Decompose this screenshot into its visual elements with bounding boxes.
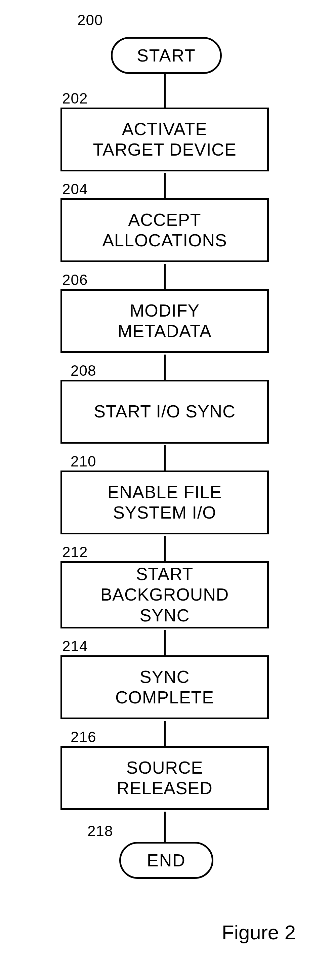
- ref-218: 218: [87, 823, 113, 840]
- edge-activate-accept: [164, 173, 166, 198]
- label-released: SOURCE RELEASED: [117, 757, 212, 799]
- ref-212: 212: [62, 544, 88, 561]
- label-startbg: START BACKGROUND SYNC: [100, 564, 229, 626]
- box-modify: MODIFY METADATA: [60, 289, 269, 353]
- end-terminator: END: [119, 842, 213, 879]
- edge-enablefs-startbg: [164, 536, 166, 561]
- ref-202: 202: [62, 90, 88, 107]
- edge-released-end: [164, 811, 166, 842]
- edge-startbg-synccomplete: [164, 630, 166, 655]
- ref-208: 208: [71, 362, 96, 379]
- label-activate: ACTIVATE TARGET DEVICE: [93, 119, 236, 160]
- ref-200: 200: [77, 12, 103, 29]
- edge-synccomplete-released: [164, 721, 166, 746]
- flowchart: 200 202 204 206 208 210 212 214 216 218 …: [0, 0, 335, 980]
- figure-caption: Figure 2: [222, 921, 296, 944]
- label-startio: START I/O SYNC: [94, 401, 235, 422]
- edge-accept-modify: [164, 264, 166, 289]
- ref-206: 206: [62, 272, 88, 288]
- label-accept: ACCEPT ALLOCATIONS: [102, 210, 227, 251]
- box-synccomplete: SYNC COMPLETE: [60, 655, 269, 719]
- edge-startio-enablefs: [164, 445, 166, 471]
- label-modify: MODIFY METADATA: [117, 301, 212, 342]
- ref-216: 216: [71, 729, 96, 745]
- ref-210: 210: [71, 453, 96, 470]
- edge-modify-startio: [164, 355, 166, 380]
- box-released: SOURCE RELEASED: [60, 746, 269, 810]
- box-enablefs: ENABLE FILE SYSTEM I/O: [60, 471, 269, 535]
- ref-204: 204: [62, 181, 88, 197]
- box-startio: START I/O SYNC: [60, 380, 269, 444]
- start-terminator: START: [111, 37, 222, 74]
- box-activate: ACTIVATE TARGET DEVICE: [60, 108, 269, 172]
- edge-start-activate: [164, 72, 166, 108]
- label-synccomplete: SYNC COMPLETE: [115, 667, 214, 708]
- end-label: END: [147, 850, 186, 870]
- box-accept: ACCEPT ALLOCATIONS: [60, 198, 269, 262]
- ref-214: 214: [62, 638, 88, 655]
- start-label: START: [137, 45, 196, 65]
- box-startbg: START BACKGROUND SYNC: [60, 561, 269, 628]
- label-enablefs: ENABLE FILE SYSTEM I/O: [108, 482, 222, 523]
